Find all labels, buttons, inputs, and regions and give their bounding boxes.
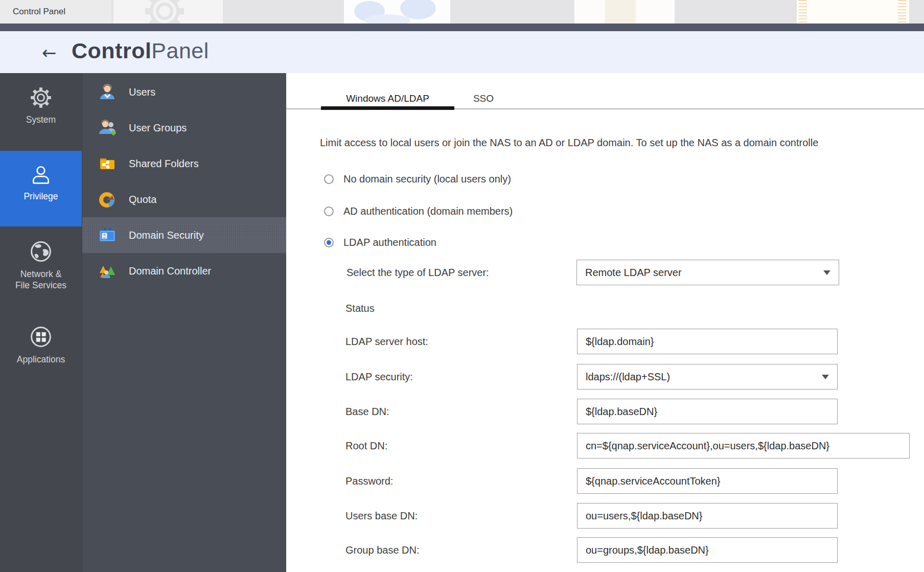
domain-security-badge-icon [98, 226, 117, 244]
menu-item-quota[interactable]: Quota [82, 181, 286, 217]
ldap-server-type-select[interactable]: Remote LDAP server [576, 260, 839, 285]
sidebar-item-applications[interactable]: Applications [0, 312, 82, 394]
radio-label: AD authentication (domain members) [343, 205, 513, 217]
field-label: Users base DN: [345, 503, 418, 529]
shared-folders-icon [98, 154, 117, 173]
window-thumbnail[interactable] [113, 0, 223, 24]
base-dn-row: Base DN: [345, 399, 923, 424]
sidebar-item-privilege[interactable]: Privilege [0, 151, 82, 226]
field-label: Root DN: [345, 433, 387, 459]
users-base-dn-input[interactable] [577, 503, 838, 529]
tab-bar: Windows AD/LDAP SSO [286, 73, 924, 109]
menu-item-user-groups[interactable]: User Groups [82, 110, 286, 146]
page-title-light: Panel [151, 38, 209, 63]
sidebar-item-network-file-services[interactable]: Network & File Services [0, 226, 82, 312]
window-thumbnail[interactable] [574, 0, 675, 24]
status-row: Status [345, 295, 550, 321]
domain-controller-icon [98, 262, 117, 280]
group-base-dn-row: Group base DN: [345, 537, 923, 563]
group-base-dn-input[interactable] [577, 537, 838, 563]
header: ← ControlPanel [0, 31, 924, 73]
gear-thumbnail-icon [144, 0, 185, 24]
label-line-1: Network & [20, 269, 62, 279]
radio-ldap-authentication[interactable]: LDAP authentication [324, 236, 436, 248]
page-title: ControlPanel [72, 38, 209, 63]
ldap-server-type-row: Select the type of LDAP server: Remote L… [346, 260, 924, 285]
ldap-server-host-row: LDAP server host: [345, 329, 923, 354]
radio-label: No domain security (local users only) [343, 173, 511, 185]
category-sidebar: System Privilege Network & File Services [0, 73, 82, 572]
users-icon [98, 83, 117, 101]
page-title-bold: Control [72, 38, 151, 63]
base-dn-input[interactable] [577, 399, 838, 424]
radio-label: LDAP authentication [343, 237, 436, 248]
gear-icon [30, 86, 52, 109]
taskbar-tab-label: Control Panel [13, 7, 65, 17]
field-label: LDAP security: [345, 364, 413, 390]
field-label: Select the type of LDAP server: [346, 260, 489, 285]
radio-circle[interactable] [324, 174, 334, 184]
window-thumbnail[interactable] [344, 0, 450, 24]
menu-item-label: Quota [129, 194, 156, 205]
tab-windows-ad-ldap[interactable]: Windows AD/LDAP [321, 93, 454, 105]
password-row: Password: [345, 468, 923, 494]
field-label: Group base DN: [345, 537, 420, 563]
status-label: Status [345, 295, 375, 321]
menu-item-label: Shared Folders [129, 158, 199, 170]
domain-security-panel: Windows AD/LDAP SSO Limit access to loca… [286, 73, 924, 572]
radio-no-domain-security[interactable]: No domain security (local users only) [324, 173, 511, 185]
thumbnail-graphic [799, 0, 807, 24]
control-panel-window: Control Panel [0, 0, 924, 572]
menu-item-label: User Groups [129, 122, 187, 134]
menu-item-label: Users [129, 86, 155, 98]
root-dn-input[interactable] [577, 433, 910, 459]
radio-circle[interactable] [324, 207, 334, 216]
taskbar-tab-control-panel[interactable]: Control Panel [0, 0, 111, 24]
radio-circle-selected[interactable] [324, 238, 334, 247]
menu-item-domain-security[interactable]: Domain Security [82, 217, 286, 253]
field-label: Base DN: [345, 399, 389, 424]
sidebar-item-label: Applications [17, 354, 65, 365]
sidebar-item-label: Privilege [24, 191, 58, 202]
taskbar: Control Panel [0, 0, 924, 24]
thumbnail-graphic [898, 0, 906, 24]
radio-ad-authentication[interactable]: AD authentication (domain members) [324, 205, 513, 217]
back-arrow-icon[interactable]: ← [39, 42, 59, 63]
root-dn-row: Root DN: [345, 433, 923, 459]
sidebar-item-label: System [26, 114, 56, 125]
thumbnail-graphic [605, 0, 636, 24]
ldap-server-host-input[interactable] [577, 329, 838, 354]
user-groups-icon [98, 119, 117, 137]
menu-item-label: Domain Security [129, 230, 204, 241]
thumbnail-graphic [364, 14, 410, 24]
field-label: Password: [345, 468, 393, 494]
label-line-2: File Services [15, 280, 66, 290]
users-base-dn-row: Users base DN: [345, 503, 923, 529]
chevron-down-icon [822, 375, 829, 379]
window-thumbnail[interactable] [797, 0, 909, 24]
menu-item-users[interactable]: Users [82, 74, 286, 110]
quota-pie-icon [98, 190, 117, 209]
globe-icon [29, 240, 53, 263]
select-value: Remote LDAP server [585, 267, 682, 279]
field-label: LDAP server host: [345, 329, 428, 354]
description-text: Limit access to local users or join the … [320, 137, 924, 150]
applications-grid-icon [29, 325, 53, 349]
sidebar-item-system[interactable]: System [0, 73, 82, 151]
tab-sso[interactable]: SSO [460, 93, 507, 105]
person-icon [30, 164, 52, 186]
menu-item-label: Domain Controller [129, 265, 211, 277]
menu-item-shared-folders[interactable]: Shared Folders [82, 146, 286, 181]
menu-item-domain-controller[interactable]: Domain Controller [82, 253, 286, 289]
privilege-menu: Users User Groups Shared Fol [82, 73, 286, 572]
sidebar-item-label: Network & File Services [15, 268, 66, 291]
window-title-bar [0, 24, 924, 31]
active-tab-underline [321, 106, 454, 110]
ldap-security-select[interactable]: ldaps://(ldap+SSL) [577, 364, 838, 390]
ldap-security-row: LDAP security: ldaps://(ldap+SSL) [345, 364, 923, 390]
select-value: ldaps://(ldap+SSL) [586, 371, 670, 383]
chevron-down-icon [823, 270, 830, 275]
password-input[interactable] [577, 468, 838, 494]
